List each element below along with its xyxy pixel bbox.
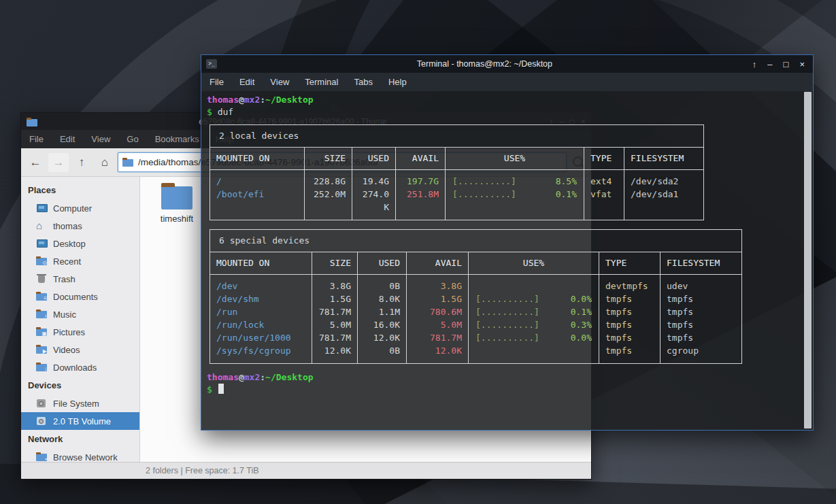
duf-header: SIZE <box>312 252 358 275</box>
desktop: e579d08c-6ca8-4476-9901-a1907b626a00 - T… <box>0 0 836 504</box>
sidebar-item-desktop[interactable]: Desktop <box>21 235 139 252</box>
computer-icon <box>36 203 48 213</box>
duf-mount: /run/lock <box>210 318 312 331</box>
duf-avail: 251.8M <box>396 188 446 214</box>
duf-used: 8.0K <box>358 292 407 305</box>
terminal-minimize-button[interactable]: – <box>767 59 772 69</box>
terminal-window: >_ Terminal - thomas@mx2: ~/Desktop ↑ – … <box>201 54 814 431</box>
duf-spacer <box>358 275 407 280</box>
music-folder-icon: ♪ <box>36 309 48 319</box>
duf-use-percent <box>469 280 599 292</box>
duf-spacer <box>352 214 396 220</box>
terminal-close-button[interactable]: × <box>799 59 805 69</box>
duf-spacer <box>396 214 446 220</box>
terminal-maximize-button[interactable]: □ <box>784 59 789 69</box>
sidebar-item-pictures[interactable]: ▣ Pictures <box>21 323 139 341</box>
trash-icon <box>36 274 48 284</box>
duf-size: 5.0M <box>312 318 358 331</box>
menu-go[interactable]: Go <box>127 134 138 144</box>
duf-table-local-devices: 2 local devicesMOUNTED ONSIZEUSEDAVAILUS… <box>210 124 704 220</box>
duf-header: SIZE <box>305 148 352 170</box>
menu-bookmarks[interactable]: Bookmarks <box>155 134 199 144</box>
terminal-window-title: Terminal - thomas@mx2: ~/Desktop <box>217 59 752 69</box>
menu-view[interactable]: View <box>91 134 110 144</box>
folder-icon <box>27 118 37 126</box>
terminal-menubar: File Edit View Terminal Tabs Help <box>201 73 813 91</box>
duf-used: 1.1M <box>358 305 407 318</box>
duf-used: 12.0K <box>358 331 407 344</box>
duf-use-percent: [..........]0.1% <box>469 305 599 318</box>
sidebar-item-volume[interactable]: 2.0 TB Volume <box>21 412 139 430</box>
duf-spacer <box>584 214 624 220</box>
sidebar-item-documents[interactable]: ≡ Documents <box>21 288 139 305</box>
back-button[interactable]: ← <box>25 153 46 172</box>
duf-spacer <box>599 275 661 280</box>
duf-type: tmpfs <box>599 344 661 357</box>
duf-header: TYPE <box>584 148 624 170</box>
duf-spacer <box>210 170 305 175</box>
terminal-content[interactable]: thomas@mx2:~/Desktop $ duf 2 local devic… <box>201 91 813 430</box>
menu-edit[interactable]: Edit <box>239 77 254 87</box>
menu-view[interactable]: View <box>270 77 289 87</box>
duf-size: 3.8G <box>312 280 358 292</box>
menu-file[interactable]: File <box>29 134 44 144</box>
menu-file[interactable]: File <box>210 77 224 87</box>
duf-mount: /dev/shm <box>210 292 312 305</box>
terminal-shade-button[interactable]: ↑ <box>752 59 757 69</box>
input-line[interactable]: $ <box>207 384 803 396</box>
menu-edit[interactable]: Edit <box>60 134 75 144</box>
duf-spacer <box>624 214 703 220</box>
sidebar-item-music[interactable]: ♪ Music <box>21 305 139 323</box>
sidebar-item-trash[interactable]: Trash <box>21 270 139 288</box>
forward-button[interactable]: → <box>48 153 69 172</box>
duf-filesystem: udev <box>661 280 741 292</box>
home-button[interactable]: ⌂ <box>95 153 115 172</box>
duf-spacer <box>210 275 312 280</box>
duf-avail: 5.0M <box>407 318 469 331</box>
duf-size: 228.8G <box>305 175 352 188</box>
duf-used: 16.0K <box>358 318 407 331</box>
terminal-titlebar[interactable]: >_ Terminal - thomas@mx2: ~/Desktop ↑ – … <box>201 55 813 73</box>
duf-size: 1.5G <box>312 292 358 305</box>
duf-spacer <box>312 357 358 363</box>
menu-terminal[interactable]: Terminal <box>305 77 338 87</box>
prompt-line: thomas@mx2:~/Desktop <box>207 371 803 384</box>
duf-header: TYPE <box>599 252 661 275</box>
duf-spacer <box>661 275 741 280</box>
command-line: $ duf <box>207 106 803 118</box>
documents-folder-icon: ≡ <box>36 292 48 301</box>
duf-header: USED <box>358 252 407 275</box>
duf-avail: 780.6M <box>407 305 469 318</box>
terminal-scrollbar[interactable] <box>804 92 812 429</box>
duf-mount: /run <box>210 305 312 318</box>
duf-spacer <box>352 170 396 175</box>
duf-avail: 12.0K <box>407 344 469 357</box>
sidebar-item-videos[interactable]: ▶ Videos <box>21 341 139 358</box>
sidebar-item-recent[interactable]: ⊙ Recent <box>21 252 139 270</box>
duf-table-title: 6 special devices <box>210 230 741 252</box>
duf-avail: 1.5G <box>407 292 469 305</box>
duf-use-percent: [..........]0.1% <box>446 188 584 214</box>
duf-filesystem: tmpfs <box>661 331 741 344</box>
duf-spacer <box>624 170 703 175</box>
duf-filesystem: /dev/sda1 <box>624 188 703 214</box>
sidebar-item-downloads[interactable]: ↓ Downloads <box>21 358 139 376</box>
sidebar-item-filesystem[interactable]: File System <box>21 394 139 412</box>
sidebar-item-home[interactable]: ⌂ thomas <box>21 217 139 235</box>
up-button[interactable]: ↑ <box>71 153 92 172</box>
sidebar-item-browse-network[interactable]: • Browse Network <box>21 448 139 462</box>
duf-use-percent: [..........]0.3% <box>469 318 599 331</box>
recent-folder-icon: ⊙ <box>36 256 48 266</box>
menu-help[interactable]: Help <box>388 77 407 87</box>
duf-spacer <box>210 357 312 363</box>
terminal-cursor <box>218 384 224 394</box>
duf-avail: 781.7M <box>407 331 469 344</box>
file-item-timeshift[interactable]: timeshift <box>148 182 205 224</box>
duf-mount: /sys/fs/cgroup <box>210 344 312 357</box>
menu-tabs[interactable]: Tabs <box>354 77 372 87</box>
duf-used: 19.4G <box>352 175 396 188</box>
sidebar-item-computer[interactable]: Computer <box>21 199 139 217</box>
desktop-icon <box>36 239 48 248</box>
duf-filesystem: /dev/sda2 <box>624 175 703 188</box>
duf-spacer <box>396 170 446 175</box>
